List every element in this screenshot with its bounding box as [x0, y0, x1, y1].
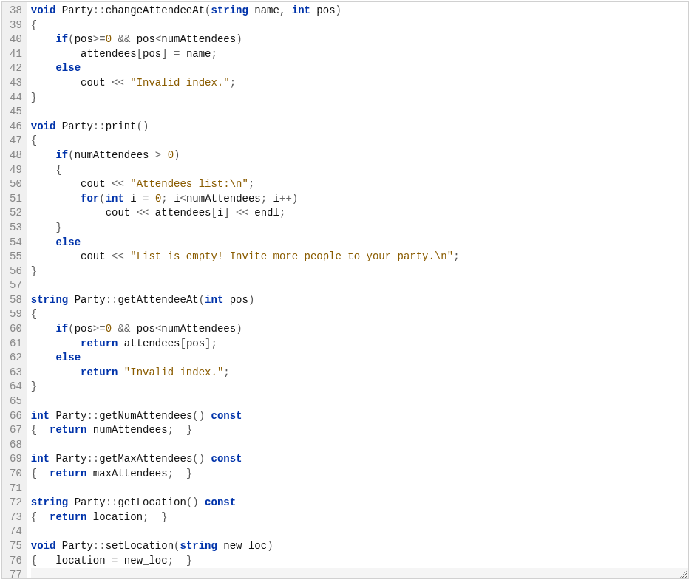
token-punct: } [31, 92, 37, 103]
code-line[interactable]: cout << attendees[i] << endl; [31, 206, 688, 221]
token-ident [31, 236, 56, 248]
line-number: 65 [10, 394, 22, 409]
token-ident [31, 149, 56, 161]
code-line[interactable] [31, 278, 688, 293]
line-number: 75 [10, 539, 22, 554]
code-line[interactable]: string Party::getAttendeeAt(int pos) [31, 293, 688, 308]
code-line[interactable]: else [31, 236, 688, 250]
code-line[interactable] [31, 568, 688, 578]
code-line[interactable]: return attendees[pos]; [31, 337, 688, 352]
token-op: << [112, 250, 130, 262]
line-number: 42 [10, 61, 22, 76]
line-number: 62 [10, 351, 22, 366]
code-line[interactable] [31, 482, 688, 496]
code-line[interactable] [31, 438, 688, 453]
token-str: "Invalid index." [130, 77, 229, 89]
code-line[interactable]: if(pos>=0 && pos<numAttendees) [31, 33, 688, 47]
code-line[interactable]: { location = new_loc; } [31, 554, 688, 569]
token-punct: { [31, 468, 37, 479]
token-punct: () [186, 496, 205, 508]
token-kw: return [50, 468, 86, 479]
line-number: 72 [10, 496, 22, 510]
token-ident: pos [186, 338, 205, 349]
token-punct: () [192, 453, 211, 465]
token-type: int [106, 193, 124, 205]
code-line[interactable]: string Party::getLocation() const [31, 496, 688, 510]
token-punct: ; [248, 178, 254, 190]
token-kw: return [50, 511, 86, 523]
svg-line-2 [686, 576, 687, 578]
token-num: 0 [106, 323, 112, 335]
code-line[interactable]: cout << "List is empty! Invite more peop… [31, 250, 688, 264]
code-content-area[interactable]: void Party::changeAttendeeAt(string name… [27, 2, 688, 578]
token-ident [31, 222, 56, 233]
code-line[interactable]: { [31, 134, 688, 148]
code-line[interactable]: void Party::print() [31, 120, 688, 134]
token-op: << [112, 178, 130, 190]
code-line[interactable]: } [31, 264, 688, 279]
code-line[interactable]: } [31, 91, 688, 106]
line-number: 61 [10, 337, 22, 352]
code-line[interactable]: return "Invalid index."; [31, 366, 688, 380]
line-number-gutter: 3839404142434445464748495051525354555657… [2, 2, 27, 578]
token-punct: ; [211, 338, 217, 349]
code-line[interactable]: { return location; } [31, 510, 688, 525]
token-ident: pos [137, 33, 155, 45]
svg-line-1 [683, 573, 687, 578]
line-number: 74 [10, 524, 22, 539]
code-line[interactable]: if(pos>=0 && pos<numAttendees) [31, 322, 688, 337]
code-line[interactable]: void Party::changeAttendeeAt(string name… [31, 4, 688, 18]
token-punct: ; } [168, 468, 193, 479]
token-ident [31, 352, 56, 363]
token-punct: ; [223, 366, 229, 378]
token-punct: ; [230, 77, 236, 89]
code-line[interactable] [31, 524, 688, 539]
token-ident [31, 323, 56, 335]
line-number: 55 [10, 250, 22, 264]
code-line[interactable]: cout << "Attendees list:\n"; [31, 177, 688, 192]
code-line[interactable]: cout << "Invalid index."; [31, 76, 688, 91]
token-ident: getNumAttendees [99, 410, 192, 422]
token-punct: { [55, 164, 61, 176]
line-number: 77 [10, 568, 22, 579]
token-ident: numAttendees [186, 193, 261, 205]
token-ident: print [106, 120, 137, 132]
line-number: 70 [10, 467, 22, 482]
token-punct: ; } [168, 555, 193, 567]
code-line[interactable]: { return numAttendees; } [31, 423, 688, 438]
token-type: string [211, 4, 248, 16]
line-number: 46 [10, 120, 22, 134]
token-ident: name [186, 48, 211, 60]
token-type: int [31, 453, 50, 465]
code-line[interactable]: { return maxAttendees; } [31, 467, 688, 482]
token-punct: ] [161, 48, 167, 60]
code-line[interactable]: else [31, 61, 688, 76]
token-punct: ; [279, 207, 285, 219]
code-line[interactable]: { [31, 163, 688, 178]
code-line[interactable]: if(numAttendees > 0) [31, 148, 688, 163]
token-punct: ( [68, 33, 74, 45]
code-line[interactable]: { [31, 18, 688, 33]
code-line[interactable]: else [31, 351, 688, 366]
token-str: "List is empty! Invite more people to yo… [130, 250, 453, 262]
code-line[interactable]: for(int i = 0; i<numAttendees; i++) [31, 192, 688, 207]
code-editor[interactable]: 3839404142434445464748495051525354555657… [1, 1, 689, 579]
token-punct: :: [106, 496, 118, 508]
token-ident: attendees [118, 338, 180, 349]
code-line[interactable]: int Party::getMaxAttendees() const [31, 452, 688, 467]
code-line[interactable]: int Party::getNumAttendees() const [31, 409, 688, 424]
token-kw: if [55, 33, 68, 45]
code-line[interactable]: void Party::setLocation(string new_loc) [31, 539, 688, 554]
token-ident [31, 366, 81, 378]
code-line[interactable]: } [31, 221, 688, 236]
token-ident: endl [254, 207, 279, 219]
code-line[interactable]: attendees[pos] = name; [31, 47, 688, 62]
code-line[interactable] [31, 105, 688, 120]
code-line[interactable] [31, 394, 688, 409]
token-type: int [31, 410, 50, 422]
code-line[interactable]: } [31, 380, 688, 394]
line-number: 43 [10, 76, 22, 91]
code-line[interactable]: { [31, 307, 688, 322]
line-number: 71 [10, 482, 22, 496]
token-ident: pos [137, 323, 155, 335]
